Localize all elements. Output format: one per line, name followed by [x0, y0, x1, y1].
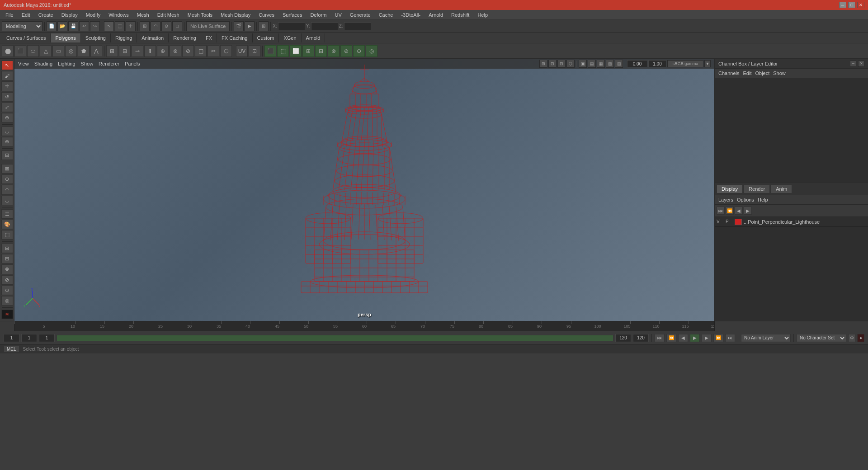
tool-btn-extra2[interactable]: ⊟	[1, 254, 13, 263]
vp-renderer-menu[interactable]: Renderer	[99, 61, 119, 66]
green-icon-7[interactable]: ⊘	[340, 45, 352, 57]
live-surface-btn[interactable]: No Live Surface	[186, 21, 230, 31]
snap-surface[interactable]: ◡	[1, 196, 13, 205]
menu-create[interactable]: Create	[35, 11, 57, 19]
next-key-btn[interactable]: ⏩	[713, 334, 723, 342]
vp-lighting-menu[interactable]: Lighting	[58, 61, 75, 66]
uv-btn[interactable]: UV	[236, 45, 248, 57]
scale-tool[interactable]: ⤢	[1, 103, 13, 112]
tab-animation[interactable]: Animation	[137, 33, 169, 42]
render-region-btn[interactable]: ⬚	[1, 230, 13, 240]
tab-sculpting[interactable]: Sculpting	[81, 33, 111, 42]
snap-points[interactable]: ⊙	[1, 174, 13, 184]
vp-gamma-dropdown[interactable]: ▼	[704, 60, 711, 67]
cube-icon-btn[interactable]: ⬛	[14, 45, 26, 57]
layer-row[interactable]: V P ...Point_Perpendicular_Lighthouse	[715, 217, 868, 227]
display-tab[interactable]: Display	[717, 184, 743, 193]
menu-cache[interactable]: Cache	[375, 11, 397, 19]
menu-help[interactable]: Help	[474, 11, 491, 19]
vp-icon-1[interactable]: ⊞	[539, 60, 547, 68]
char-set-dropdown[interactable]: No Character Set	[797, 334, 846, 342]
green-icon-1[interactable]: ⬛	[264, 45, 276, 57]
prism-icon-btn[interactable]: ⬟	[78, 45, 90, 57]
menu-windows[interactable]: Windows	[105, 11, 132, 19]
current-frame-input[interactable]	[21, 334, 37, 342]
redo-btn[interactable]: ↪	[90, 21, 100, 31]
display-color-btn[interactable]: 🎨	[1, 220, 13, 229]
tool-btn-extra6[interactable]: ◎	[1, 296, 13, 306]
pyramid-icon-btn[interactable]: ⋀	[90, 45, 102, 57]
range-start-input[interactable]	[39, 334, 55, 342]
bevel-btn[interactable]: ⊘	[182, 45, 194, 57]
prev-frame-btn[interactable]: ◀	[678, 334, 688, 342]
green-icon-4[interactable]: ⊞	[302, 45, 314, 57]
cut-btn[interactable]: ✂	[208, 45, 219, 57]
play-btn[interactable]: ▶	[690, 334, 700, 342]
menu-uv[interactable]: UV	[331, 11, 345, 19]
menu-mesh-display[interactable]: Mesh Display	[217, 11, 254, 19]
vp-show-menu[interactable]: Show	[81, 61, 94, 66]
cb-object-menu[interactable]: Object	[755, 70, 769, 76]
range-scrubber[interactable]	[57, 335, 613, 341]
move-tool-btn[interactable]: ✛	[126, 21, 136, 31]
tab-curves-surfaces[interactable]: Curves / Surfaces	[2, 33, 51, 42]
cb-channels-menu[interactable]: Channels	[718, 70, 739, 76]
move-tool[interactable]: ✛	[1, 81, 13, 91]
menu-arnold[interactable]: Arnold	[425, 11, 447, 19]
green-icon-2[interactable]: ⬚	[277, 45, 289, 57]
loop-btn[interactable]: ◫	[195, 45, 207, 57]
menu-mesh-tools[interactable]: Mesh Tools	[184, 11, 216, 19]
menu-generate[interactable]: Generate	[346, 11, 374, 19]
vp-gamma-value[interactable]	[648, 60, 666, 67]
help-menu[interactable]: Help	[758, 197, 768, 202]
sphere-icon-btn[interactable]: ⬤	[2, 45, 14, 57]
vp-select-mask5[interactable]: ▨	[615, 60, 623, 68]
bridge-btn[interactable]: ⊗	[170, 45, 181, 57]
vp-icon-3[interactable]: ⊟	[557, 60, 566, 68]
tab-xgen[interactable]: XGen	[279, 33, 301, 42]
vp-select-mask2[interactable]: ▤	[588, 60, 596, 68]
viewport[interactable]: View Shading Lighting Show Renderer Pane…	[14, 59, 714, 321]
cb-show-menu[interactable]: Show	[773, 70, 786, 76]
green-icon-3[interactable]: ⬜	[290, 45, 302, 57]
auto-key-btn[interactable]: ●	[857, 334, 864, 342]
snap-grid[interactable]: ⊠	[1, 164, 13, 174]
fill-btn[interactable]: ⬡	[220, 45, 232, 57]
menu-display[interactable]: Display	[58, 11, 81, 19]
green-icon-6[interactable]: ⊗	[328, 45, 340, 57]
maximize-button[interactable]: □	[848, 2, 855, 8]
tool-btn-extra5[interactable]: ⊙	[1, 286, 13, 295]
vp-select-mask3[interactable]: ▦	[597, 60, 605, 68]
vp-panels-menu[interactable]: Panels	[125, 61, 140, 66]
next-frame-btn[interactable]: ▶	[702, 334, 712, 342]
grid-btn[interactable]: ⊞	[259, 21, 269, 31]
tab-custom[interactable]: Custom	[253, 33, 279, 42]
planar-btn[interactable]: ⊡	[249, 45, 260, 57]
menu-deform[interactable]: Deform	[307, 11, 330, 19]
select-tool[interactable]: ↖	[1, 61, 13, 70]
show-manip[interactable]: ⊞	[1, 150, 13, 160]
anim-layer-dropdown[interactable]: No Anim Layer	[741, 334, 791, 342]
tool-btn-extra3[interactable]: ⊗	[1, 264, 13, 274]
y-input[interactable]	[311, 22, 338, 30]
rotate-tool[interactable]: ↺	[1, 92, 13, 102]
combine-btn[interactable]: ⊞	[106, 45, 118, 57]
ipr-btn[interactable]: ▶	[245, 21, 255, 31]
x-input[interactable]	[278, 22, 305, 30]
merge-btn[interactable]: ⊕	[157, 45, 169, 57]
tab-rendering[interactable]: Rendering	[169, 33, 201, 42]
menu-mesh[interactable]: Mesh	[133, 11, 153, 19]
layer-color-swatch[interactable]	[735, 219, 742, 225]
tool-btn-extra4[interactable]: ⊘	[1, 275, 13, 285]
vp-shading-menu[interactable]: Shading	[34, 61, 52, 66]
minimize-button[interactable]: ─	[839, 2, 846, 8]
paint-select-tool[interactable]: 🖌	[1, 71, 13, 80]
menu-redshift[interactable]: Redshift	[448, 11, 473, 19]
vp-icon-4[interactable]: ⬡	[566, 60, 575, 68]
display-layer-btn[interactable]: ☰	[1, 209, 13, 219]
gamma-select[interactable]: sRGB gamma	[667, 60, 703, 67]
cb-minimize-btn[interactable]: ─	[850, 61, 856, 67]
snap-view-btn[interactable]: □	[172, 21, 182, 31]
vp-select-mask4[interactable]: ▧	[606, 60, 614, 68]
anim-tab[interactable]: Anim	[771, 184, 792, 193]
